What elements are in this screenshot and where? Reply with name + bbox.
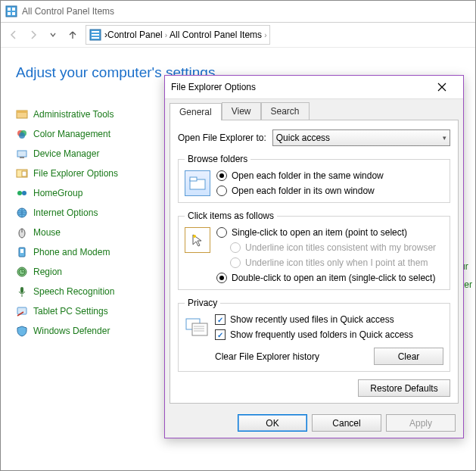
- cpl-link[interactable]: Internet Options: [33, 207, 98, 218]
- control-panel-window: All Control Panel Items › Control Panel …: [0, 0, 476, 471]
- radio-same-window[interactable]: Open each folder in the same window: [216, 170, 443, 181]
- radio-underline-point: Underline icon titles only when I point …: [230, 257, 443, 268]
- control-panel-icon: [89, 29, 101, 41]
- browse-folders-legend: Browse folders: [185, 154, 250, 164]
- breadcrumb-all-items[interactable]: All Control Panel Items: [170, 30, 262, 40]
- cpl-link[interactable]: Phone and Modem: [33, 247, 110, 257]
- svg-rect-29: [20, 287, 23, 293]
- back-button[interactable]: [7, 28, 20, 42]
- breadcrumb-control-panel[interactable]: Control Panel: [107, 30, 163, 40]
- cpl-link[interactable]: HomeGroup: [33, 188, 82, 198]
- cpl-link[interactable]: Device Manager: [33, 148, 99, 159]
- radio-label: Underline icon titles consistent with my…: [245, 242, 436, 253]
- click-items-legend: Click items as follows: [185, 211, 277, 221]
- svg-rect-17: [22, 171, 26, 176]
- cpl-link[interactable]: Administrative Tools: [33, 109, 114, 120]
- radio-label: Underline icon titles only when I point …: [245, 257, 428, 268]
- checkbox-frequent-folders[interactable]: ✓Show frequently used folders in Quick a…: [215, 329, 443, 340]
- forward-button[interactable]: [26, 28, 40, 42]
- apply-button[interactable]: Apply: [386, 414, 456, 432]
- checkbox-recent-files[interactable]: ✓Show recently used files in Quick acces…: [215, 314, 443, 325]
- svg-rect-34: [190, 177, 197, 181]
- chevron-right-icon: ›: [264, 31, 266, 39]
- cpl-link[interactable]: Color Management: [33, 129, 110, 139]
- svg-rect-8: [92, 37, 99, 39]
- cpl-link[interactable]: Region: [33, 267, 62, 277]
- cpl-link[interactable]: Tablet PC Settings: [33, 306, 108, 317]
- svg-point-18: [17, 191, 22, 195]
- privacy-group: Privacy ✓Show recently used files in Qui…: [178, 298, 450, 372]
- radio-own-window[interactable]: Open each folder in its own window: [216, 186, 443, 196]
- chevron-down-icon: ▾: [443, 134, 446, 142]
- dialog-title: File Explorer Options: [171, 82, 427, 92]
- recent-dropdown-icon[interactable]: [46, 28, 60, 42]
- svg-rect-24: [20, 249, 23, 253]
- chevron-right-icon: ›: [165, 31, 167, 39]
- address-bar[interactable]: › Control Panel › All Control Panel Item…: [86, 25, 270, 45]
- click-items-group: Click items as follows Single-click to o…: [178, 211, 450, 290]
- close-button[interactable]: [427, 77, 457, 97]
- privacy-legend: Privacy: [185, 298, 220, 308]
- tab-panel-general: Open File Explorer to: Quick access ▾ Br…: [170, 120, 459, 404]
- radio-underline-browser: Underline icon titles consistent with my…: [230, 242, 443, 253]
- radio-label: Double-click to open an item (single-cli…: [232, 273, 435, 283]
- tab-bar: General View Search: [165, 99, 463, 120]
- svg-point-35: [193, 235, 196, 238]
- svg-rect-15: [20, 157, 24, 158]
- svg-rect-10: [17, 111, 27, 113]
- svg-rect-7: [92, 34, 99, 36]
- svg-rect-2: [12, 8, 15, 11]
- svg-rect-6: [92, 31, 99, 33]
- svg-rect-14: [17, 151, 26, 157]
- open-to-value: Quick access: [276, 133, 330, 143]
- open-to-label: Open File Explorer to:: [178, 133, 266, 143]
- up-button[interactable]: [66, 28, 79, 42]
- cpl-link[interactable]: Windows Defender: [33, 326, 110, 336]
- dialog-footer: OK Cancel Apply: [165, 408, 463, 438]
- clear-button[interactable]: Clear: [374, 348, 443, 365]
- cpl-link[interactable]: File Explorer Options: [33, 168, 118, 179]
- svg-rect-37: [192, 323, 207, 335]
- tab-general[interactable]: General: [170, 103, 222, 120]
- nav-bar: › Control Panel › All Control Panel Item…: [1, 23, 475, 48]
- checkbox-label: Show frequently used folders in Quick ac…: [230, 329, 413, 340]
- checkbox-label: Show recently used files in Quick access: [230, 314, 394, 325]
- tab-view[interactable]: View: [222, 102, 261, 120]
- restore-defaults-button[interactable]: Restore Defaults: [358, 379, 450, 397]
- cpl-link[interactable]: Mouse: [33, 227, 61, 238]
- cpl-link[interactable]: Speech Recognition: [33, 286, 114, 297]
- radio-single-click[interactable]: Single-click to open an item (point to s…: [216, 227, 443, 238]
- radio-label: Open each folder in its own window: [232, 186, 375, 196]
- cancel-button[interactable]: Cancel: [312, 414, 381, 432]
- tab-search[interactable]: Search: [261, 102, 310, 120]
- svg-rect-1: [8, 8, 11, 11]
- file-explorer-options-dialog: File Explorer Options General View Searc…: [164, 75, 464, 438]
- privacy-icon: [185, 314, 209, 338]
- ok-button[interactable]: OK: [238, 414, 307, 432]
- radio-double-click[interactable]: Double-click to open an item (single-cli…: [216, 273, 443, 283]
- cursor-icon: [185, 227, 210, 253]
- svg-point-19: [22, 191, 26, 195]
- window-title: All Control Panel Items: [22, 6, 114, 17]
- titlebar: All Control Panel Items: [1, 1, 475, 23]
- browse-folders-group: Browse folders Open each folder in the s…: [178, 154, 450, 203]
- radio-label: Open each folder in the same window: [232, 170, 384, 181]
- control-panel-icon: [5, 5, 17, 17]
- folder-icon: [185, 170, 210, 196]
- radio-label: Single-click to open an item (point to s…: [232, 227, 407, 238]
- open-to-select[interactable]: Quick access ▾: [272, 129, 450, 146]
- svg-rect-3: [8, 12, 11, 15]
- dialog-titlebar: File Explorer Options: [165, 76, 463, 99]
- clear-history-label: Clear File Explorer history: [215, 351, 319, 362]
- svg-rect-4: [12, 12, 15, 15]
- svg-point-13: [19, 133, 25, 139]
